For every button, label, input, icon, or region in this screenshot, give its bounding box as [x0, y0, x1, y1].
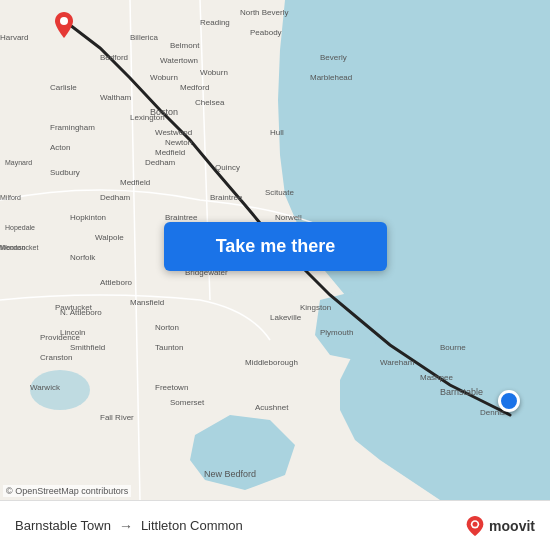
- svg-text:N. Attleboro: N. Attleboro: [60, 308, 102, 317]
- svg-text:Hopedale: Hopedale: [5, 224, 35, 232]
- moovit-text: moovit: [489, 518, 535, 534]
- svg-text:Peabody: Peabody: [250, 28, 282, 37]
- svg-text:Medfield: Medfield: [155, 148, 185, 157]
- destination-marker: [498, 390, 520, 412]
- svg-text:Dedham: Dedham: [100, 193, 131, 202]
- osm-attribution: © OpenStreetMap contributors: [3, 485, 131, 497]
- svg-text:Hopkinton: Hopkinton: [70, 213, 106, 222]
- svg-text:Acton: Acton: [50, 143, 70, 152]
- svg-text:Mashpee: Mashpee: [420, 373, 453, 382]
- svg-marker-3: [340, 310, 400, 370]
- svg-text:Norwell: Norwell: [275, 213, 302, 222]
- svg-text:Lakeville: Lakeville: [270, 313, 302, 322]
- svg-text:Maynard: Maynard: [5, 159, 32, 167]
- svg-text:Norton: Norton: [155, 323, 179, 332]
- svg-text:Billerica: Billerica: [130, 33, 159, 42]
- svg-text:Lexington: Lexington: [130, 113, 165, 122]
- origin-marker: [55, 12, 73, 34]
- moovit-logo-icon: [465, 516, 485, 536]
- svg-text:Providence: Providence: [40, 333, 81, 342]
- svg-text:Westwood: Westwood: [155, 128, 192, 137]
- svg-text:Mendon: Mendon: [0, 244, 25, 251]
- svg-text:Wareham: Wareham: [380, 358, 415, 367]
- svg-text:Waltham: Waltham: [100, 93, 132, 102]
- destination-city: Littleton Common: [141, 518, 243, 533]
- svg-text:Milford: Milford: [0, 194, 21, 201]
- svg-text:Medfield: Medfield: [120, 178, 150, 187]
- svg-text:Quincy: Quincy: [215, 163, 240, 172]
- svg-text:Scituate: Scituate: [265, 188, 294, 197]
- svg-text:Lincoln: Lincoln: [60, 328, 85, 337]
- bottom-bar: Barnstable Town → Littleton Common moovi…: [0, 500, 550, 550]
- svg-text:Hull: Hull: [270, 128, 284, 137]
- svg-text:Carlisle: Carlisle: [50, 83, 77, 92]
- svg-text:Beverly: Beverly: [320, 53, 347, 62]
- svg-text:Pawtucket: Pawtucket: [55, 303, 93, 312]
- svg-text:Mansfield: Mansfield: [130, 298, 164, 307]
- svg-text:Bedford: Bedford: [100, 53, 128, 62]
- svg-text:Barnstable: Barnstable: [440, 387, 483, 397]
- svg-text:New Bedford: New Bedford: [204, 469, 256, 479]
- svg-marker-4: [180, 400, 310, 490]
- svg-text:Reading: Reading: [200, 18, 230, 27]
- svg-text:Marblehead: Marblehead: [310, 73, 352, 82]
- route-info: Barnstable Town → Littleton Common: [15, 518, 465, 534]
- svg-marker-2: [30, 340, 90, 430]
- moovit-logo: moovit: [465, 516, 535, 536]
- svg-text:Watertown: Watertown: [160, 56, 198, 65]
- svg-text:Chelsea: Chelsea: [195, 98, 225, 107]
- svg-text:Medford: Medford: [180, 83, 209, 92]
- svg-text:Woburn: Woburn: [200, 68, 228, 77]
- svg-text:Harvard: Harvard: [0, 33, 28, 42]
- take-me-there-button[interactable]: Take me there: [164, 222, 387, 271]
- svg-text:Norfolk: Norfolk: [70, 253, 96, 262]
- origin-city: Barnstable Town: [15, 518, 111, 533]
- svg-text:Newton: Newton: [165, 138, 192, 147]
- svg-text:Belmont: Belmont: [170, 41, 200, 50]
- svg-text:North Beverly: North Beverly: [240, 8, 288, 17]
- svg-text:Boston: Boston: [150, 107, 178, 117]
- svg-point-8: [30, 370, 90, 410]
- svg-marker-7: [315, 290, 380, 360]
- svg-text:Bourne: Bourne: [440, 343, 466, 352]
- svg-text:Kingston: Kingston: [300, 303, 331, 312]
- svg-text:Sudbury: Sudbury: [50, 168, 80, 177]
- svg-text:Walpole: Walpole: [95, 233, 124, 242]
- svg-marker-9: [190, 415, 295, 490]
- svg-text:Freetown: Freetown: [155, 383, 188, 392]
- svg-point-81: [60, 17, 68, 25]
- route-arrow: →: [119, 518, 133, 534]
- svg-line-10: [130, 0, 140, 500]
- svg-text:Warwick: Warwick: [30, 383, 61, 392]
- svg-text:Braintree: Braintree: [165, 213, 198, 222]
- svg-text:Acushnet: Acushnet: [255, 403, 289, 412]
- svg-text:Framingham: Framingham: [50, 123, 95, 132]
- svg-text:Plymouth: Plymouth: [320, 328, 353, 337]
- svg-text:Woonsocket: Woonsocket: [0, 244, 38, 251]
- svg-text:Woburn: Woburn: [150, 73, 178, 82]
- svg-text:Braintree: Braintree: [210, 193, 243, 202]
- svg-point-83: [473, 521, 478, 526]
- svg-text:Taunton: Taunton: [155, 343, 183, 352]
- svg-text:Fall River: Fall River: [100, 413, 134, 422]
- svg-text:Dedham: Dedham: [145, 158, 176, 167]
- svg-text:Somerset: Somerset: [170, 398, 205, 407]
- svg-marker-1: [400, 350, 550, 500]
- svg-text:Smithfield: Smithfield: [70, 343, 105, 352]
- svg-text:Cranston: Cranston: [40, 353, 72, 362]
- svg-text:Attleboro: Attleboro: [100, 278, 133, 287]
- map-container: Boston Quincy Framingham Dedham Braintre…: [0, 0, 550, 500]
- svg-text:Middleborough: Middleborough: [245, 358, 298, 367]
